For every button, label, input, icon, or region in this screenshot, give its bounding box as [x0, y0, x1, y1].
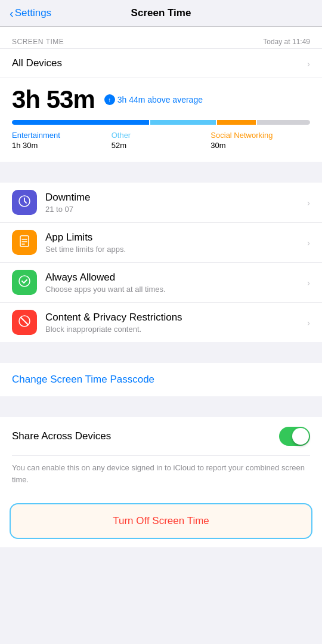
app-limits-subtitle: Set time limits for apps. [45, 245, 307, 254]
downtime-icon-glyph [18, 195, 31, 211]
all-devices-label: All Devices [12, 57, 62, 69]
above-average-indicator: ↑ 3h 44m above average [104, 94, 203, 105]
always-allowed-chevron-icon: › [307, 278, 310, 288]
share-row: Share Across Devices [12, 417, 310, 456]
section-gap-2 [0, 342, 322, 363]
always-allowed-menu-item[interactable]: Always Allowed Choose apps you want at a… [0, 263, 322, 303]
page-title: Screen Time [131, 7, 191, 19]
passcode-section: Change Screen Time Passcode [0, 363, 322, 396]
content-privacy-icon [12, 310, 37, 335]
usage-time-row: 3h 53m ↑ 3h 44m above average [12, 85, 310, 114]
share-label: Share Across Devices [12, 430, 111, 442]
all-devices-chevron-icon: › [307, 58, 310, 69]
always-allowed-subtitle: Choose apps you want at all times. [45, 285, 307, 294]
category-other: Other 52m [112, 131, 211, 150]
screen-time-label: SCREEN TIME [12, 38, 64, 46]
navigation-bar: ‹ Settings Screen Time [0, 0, 322, 27]
category-other-label: Other [112, 131, 211, 140]
category-entertainment-label: Entertainment [12, 131, 112, 140]
content-privacy-chevron-icon: › [307, 318, 310, 328]
app-limits-menu-item[interactable]: App Limits Set time limits for apps. › [0, 223, 322, 263]
always-allowed-title: Always Allowed [45, 272, 307, 284]
app-limits-icon-glyph [18, 235, 31, 251]
arrow-up-icon: ↑ [108, 97, 111, 103]
category-social: Social Networking 30m [210, 131, 310, 150]
category-other-time: 52m [112, 141, 211, 150]
above-average-icon: ↑ [104, 94, 115, 105]
downtime-subtitle: 21 to 07 [45, 205, 307, 214]
downtime-chevron-icon: › [307, 198, 310, 208]
category-social-label: Social Networking [210, 131, 310, 140]
svg-rect-1 [20, 236, 29, 246]
svg-point-5 [19, 276, 30, 286]
progress-other [150, 120, 216, 125]
change-passcode-button[interactable]: Change Screen Time Passcode [12, 374, 154, 385]
back-chevron-icon: ‹ [10, 7, 14, 19]
always-allowed-text: Always Allowed Choose apps you want at a… [45, 272, 307, 294]
turn-off-button[interactable]: Turn Off Screen Time [10, 503, 312, 539]
usage-total-time: 3h 53m [12, 85, 95, 114]
app-limits-chevron-icon: › [307, 238, 310, 248]
usage-progress-bar [12, 120, 310, 125]
downtime-menu-item[interactable]: Downtime 21 to 07 › [0, 183, 322, 223]
turn-off-label: Turn Off Screen Time [113, 515, 209, 526]
screen-time-header: SCREEN TIME Today at 11:49 [0, 27, 322, 48]
content-privacy-icon-glyph [18, 315, 31, 331]
back-button[interactable]: ‹ Settings [10, 7, 51, 19]
screen-time-label-row: SCREEN TIME Today at 11:49 [12, 33, 310, 48]
turn-off-section: Turn Off Screen Time [0, 495, 322, 547]
progress-social [217, 120, 256, 125]
section-gap-1 [0, 162, 322, 183]
category-entertainment: Entertainment 1h 30m [12, 131, 112, 150]
downtime-text: Downtime 21 to 07 [45, 192, 307, 214]
progress-remaining [257, 120, 310, 125]
content-privacy-subtitle: Block inappropriate content. [45, 325, 307, 334]
menu-section: Downtime 21 to 07 › App Limits Set time … [0, 183, 322, 342]
always-allowed-icon [12, 270, 37, 295]
app-limits-text: App Limits Set time limits for apps. [45, 232, 307, 254]
toggle-knob [292, 428, 309, 445]
downtime-icon [12, 190, 37, 215]
usage-section: 3h 53m ↑ 3h 44m above average Entertainm… [0, 78, 322, 162]
svg-line-7 [21, 318, 28, 325]
content-privacy-title: Content & Privacy Restrictions [45, 312, 307, 323]
progress-entertainment [12, 120, 149, 125]
categories-row: Entertainment 1h 30m Other 52m Social Ne… [12, 131, 310, 150]
content-privacy-text: Content & Privacy Restrictions Block ina… [45, 312, 307, 334]
back-label: Settings [15, 7, 51, 19]
share-toggle[interactable] [279, 427, 310, 446]
section-gap-3 [0, 396, 322, 417]
screen-time-timestamp: Today at 11:49 [263, 38, 310, 46]
app-limits-icon [12, 230, 37, 255]
category-entertainment-time: 1h 30m [12, 141, 112, 150]
all-devices-row[interactable]: All Devices › [0, 48, 322, 78]
share-section: Share Across Devices You can enable this… [0, 417, 322, 495]
always-allowed-icon-glyph [18, 275, 31, 291]
above-average-text: 3h 44m above average [117, 95, 203, 104]
category-social-time: 30m [210, 141, 310, 150]
app-limits-title: App Limits [45, 232, 307, 244]
share-description: You can enable this on any device signed… [12, 456, 310, 495]
content-privacy-menu-item[interactable]: Content & Privacy Restrictions Block ina… [0, 303, 322, 342]
downtime-title: Downtime [45, 192, 307, 204]
